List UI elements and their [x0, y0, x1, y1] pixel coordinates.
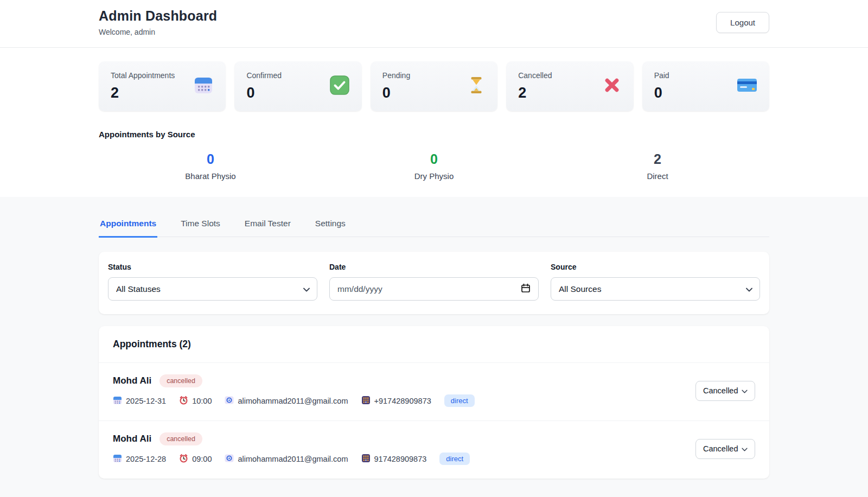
hourglass-icon — [467, 75, 486, 97]
cross-icon — [602, 75, 622, 97]
row-status-select[interactable]: Cancelled — [695, 439, 755, 459]
source-label: Dry Physio — [322, 171, 546, 181]
appointment-phone: 917428909873 — [374, 455, 427, 463]
stat-value: 2 — [518, 85, 552, 101]
main-content-area: Appointments Time Slots Email Tester Set… — [0, 197, 868, 497]
appointment-email: alimohammad2011@gmail.com — [238, 397, 348, 405]
stat-label: Cancelled — [518, 71, 552, 80]
source-badge: direct — [439, 453, 470, 465]
email-icon — [225, 396, 234, 406]
appointment-row: Mohd Ali cancelled — [99, 363, 769, 420]
date-input-box — [329, 277, 539, 301]
keypad-phone-icon — [361, 454, 371, 464]
appointments-card-title: Appointments (2) — [99, 326, 769, 363]
stat-value: 0 — [654, 85, 669, 101]
appointment-name: Mohd Ali — [113, 375, 151, 386]
appointment-time: 10:00 — [192, 397, 212, 405]
stat-label: Confirmed — [246, 71, 282, 80]
stat-value: 0 — [246, 85, 282, 101]
logout-button[interactable]: Logout — [716, 12, 769, 33]
welcome-text: Welcome, admin — [99, 28, 217, 36]
appointment-phone: +917428909873 — [374, 397, 431, 405]
stat-value: 2 — [111, 85, 175, 101]
stats-row: Total Appointments 2 Confirmed — [99, 61, 769, 111]
date-input[interactable] — [337, 284, 521, 294]
filters-panel: Status All Statuses Date — [99, 252, 769, 314]
appointment-email: alimohammad2011@gmail.com — [238, 455, 348, 463]
filter-status: Status All Statuses — [108, 263, 317, 301]
keypad-phone-icon — [361, 396, 371, 406]
alarm-clock-icon — [179, 396, 188, 406]
appointment-name: Mohd Ali — [113, 434, 151, 444]
status-filter-select[interactable]: All Statuses — [108, 277, 317, 301]
source-label: Bharat Physio — [99, 171, 322, 181]
source-label: Direct — [546, 171, 769, 181]
appointment-date: 2025-12-31 — [126, 397, 166, 405]
check-icon — [329, 75, 350, 98]
stat-card-pending: Pending 0 — [371, 61, 497, 111]
source-value: 0 — [322, 151, 546, 167]
date-filter-label: Date — [329, 263, 539, 271]
source-filter-label: Source — [551, 263, 760, 271]
stat-label: Paid — [654, 71, 669, 80]
calendar-icon — [113, 396, 122, 406]
appointments-card: Appointments (2) Mohd Ali cancelled — [99, 326, 769, 479]
filter-source: Source All Sources — [551, 263, 760, 301]
status-filter-label: Status — [108, 263, 317, 271]
credit-card-icon — [737, 77, 757, 95]
stat-card-confirmed: Confirmed 0 — [234, 61, 361, 111]
appointments-by-source-section: Appointments by Source 0 Bharat Physio 0… — [99, 111, 769, 197]
filter-date: Date — [329, 263, 539, 301]
sources-row: 0 Bharat Physio 0 Dry Physio 2 Direct — [99, 151, 769, 181]
calendar-picker-icon[interactable] — [521, 283, 531, 295]
source-value: 0 — [99, 151, 322, 167]
calendar-icon — [193, 75, 214, 98]
stat-card-total: Total Appointments 2 — [99, 61, 226, 111]
page-title: Admin Dashboard — [99, 8, 217, 24]
source-badge: direct — [444, 394, 475, 407]
stat-label: Pending — [382, 71, 410, 80]
source-item-bharat-physio: 0 Bharat Physio — [99, 151, 322, 181]
source-item-dry-physio: 0 Dry Physio — [322, 151, 546, 181]
tab-time-slots[interactable]: Time Slots — [180, 214, 221, 238]
tab-appointments[interactable]: Appointments — [99, 214, 157, 238]
tab-settings[interactable]: Settings — [314, 214, 347, 238]
stat-value: 0 — [382, 85, 410, 101]
header-text: Admin Dashboard Welcome, admin — [99, 8, 217, 36]
tab-bar: Appointments Time Slots Email Tester Set… — [99, 214, 769, 237]
appointment-row: Mohd Ali cancelled — [99, 420, 769, 479]
app-header: Admin Dashboard Welcome, admin Logout — [0, 0, 868, 48]
alarm-clock-icon — [179, 454, 188, 464]
source-item-direct: 2 Direct — [546, 151, 769, 181]
status-badge: cancelled — [159, 432, 202, 445]
status-badge: cancelled — [159, 374, 202, 387]
appointment-date: 2025-12-28 — [126, 455, 166, 463]
calendar-icon — [113, 454, 122, 464]
stat-card-cancelled: Cancelled 2 — [506, 61, 633, 111]
row-status-select[interactable]: Cancelled — [695, 381, 755, 401]
sources-title: Appointments by Source — [99, 130, 769, 139]
source-filter-select[interactable]: All Sources — [551, 277, 760, 301]
stat-card-paid: Paid 0 — [642, 61, 769, 111]
tab-email-tester[interactable]: Email Tester — [244, 214, 292, 238]
appointment-time: 09:00 — [192, 455, 212, 463]
email-icon — [225, 454, 234, 464]
stat-label: Total Appointments — [111, 71, 175, 80]
source-value: 2 — [546, 151, 769, 167]
